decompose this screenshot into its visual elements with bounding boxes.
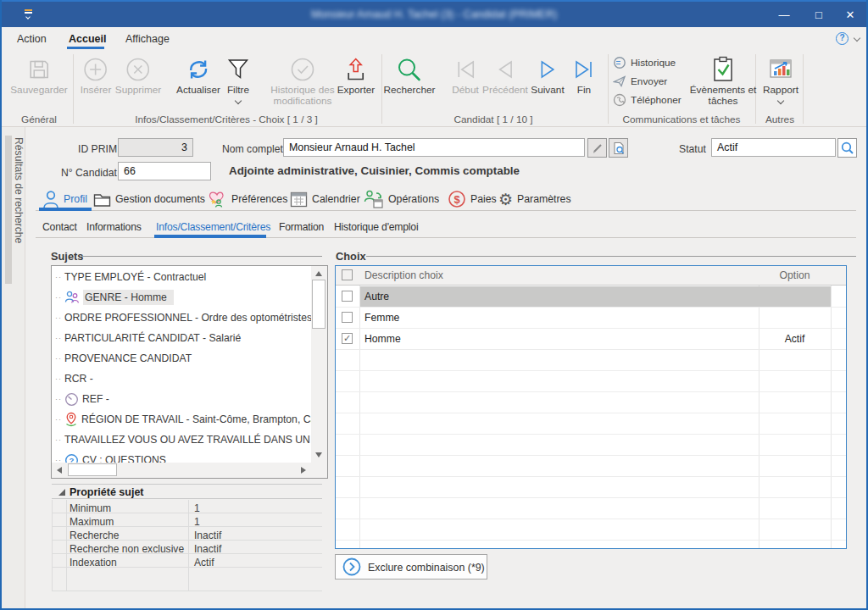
last-icon xyxy=(571,53,597,85)
nom-complet-field[interactable]: Monsieur Arnaud H. Tachel xyxy=(283,138,585,157)
operations-icon xyxy=(364,190,384,208)
tree-item[interactable]: ··RCR - xyxy=(53,369,93,389)
subtab-informations[interactable]: Informations xyxy=(86,221,142,233)
tab-parametres[interactable]: ⚙ Paramètres xyxy=(498,189,571,209)
tab-paies[interactable]: $ Paies xyxy=(448,189,497,209)
next-button[interactable]: Suivant xyxy=(531,53,564,96)
export-button[interactable]: Exporter xyxy=(337,53,376,96)
tree-item[interactable]: ··TYPE EMPLOYÉ - Contractuel xyxy=(53,267,206,287)
col-description[interactable]: Description choix xyxy=(364,269,443,281)
tree-item[interactable]: ··TRAVAILLEZ VOUS OU AVEZ TRAVAILLÉ DANS… xyxy=(53,430,328,450)
save-button[interactable]: Sauvegarder xyxy=(10,53,68,96)
preview-button[interactable] xyxy=(609,138,628,158)
filter-button[interactable]: Filtre xyxy=(225,53,251,103)
horizontal-scroll-thumb[interactable] xyxy=(68,463,117,476)
statut-field[interactable]: Actif xyxy=(711,138,836,157)
insert-button[interactable]: Insérer xyxy=(81,53,112,96)
minimize-button[interactable]: — xyxy=(767,2,801,27)
exclure-combinaison-button[interactable]: Exclure combinaison (*9) xyxy=(335,554,487,580)
first-icon xyxy=(453,53,478,85)
ribbon-group-candidat: Candidat [ 1 / 10 ] xyxy=(453,114,532,125)
menu-accueil[interactable]: Accueil xyxy=(69,33,106,45)
statut-search-button[interactable] xyxy=(837,138,857,158)
id-prim-field: 3 xyxy=(118,138,193,157)
id-prim-label: ID PRIM xyxy=(78,143,117,155)
tab-gestion-documents[interactable]: Gestion documents xyxy=(93,189,205,209)
previous-button[interactable]: Précédent xyxy=(482,53,528,96)
cell-description[interactable]: Femme xyxy=(364,312,399,324)
propriete-header[interactable]: Propriété sujet xyxy=(52,484,322,499)
tab-calendrier[interactable]: Calendrier xyxy=(290,189,360,209)
report-icon xyxy=(768,53,793,85)
cell-description[interactable]: Autre xyxy=(364,291,389,302)
refresh-icon xyxy=(185,53,212,85)
row-checkbox[interactable] xyxy=(342,291,353,302)
first-button[interactable]: Début xyxy=(452,53,478,96)
svg-text:$: $ xyxy=(453,193,460,206)
gauge-icon xyxy=(64,392,79,407)
tree-item[interactable]: ·· GENRE - Homme xyxy=(53,287,174,308)
subtab-contact[interactable]: Contact xyxy=(42,221,77,233)
tabs-separator xyxy=(36,210,856,211)
pencil-icon xyxy=(592,142,604,154)
edit-button[interactable] xyxy=(587,138,607,158)
refresh-button[interactable]: Actualiser xyxy=(176,53,220,96)
send-button[interactable]: Envoyer xyxy=(613,74,667,89)
call-button[interactable]: Téléphoner xyxy=(613,92,682,108)
horizontal-scrollbar[interactable] xyxy=(52,463,311,478)
choix-group-line xyxy=(366,256,856,257)
sujets-group-line xyxy=(81,256,322,257)
subtab-formation[interactable]: Formation xyxy=(279,221,324,233)
subtab-historique-emploi[interactable]: Historique d'emploi xyxy=(334,221,418,233)
vertical-scrollbar[interactable] xyxy=(311,266,327,463)
menu-action[interactable]: Action xyxy=(17,33,47,45)
events-tasks-button[interactable]: Évènements et tâches xyxy=(687,53,760,107)
magnifier-icon xyxy=(841,141,854,155)
subtab-infos-classement-criteres[interactable]: Infos/Classement/Critères xyxy=(156,221,270,233)
tab-preferences[interactable]: Préférences xyxy=(208,189,287,209)
phone-icon xyxy=(613,93,626,107)
ribbon-group-autres: Autres xyxy=(765,114,794,125)
cell-option[interactable]: Actif xyxy=(759,333,831,345)
header-checkbox[interactable] xyxy=(342,269,353,280)
last-button[interactable]: Fin xyxy=(571,53,597,96)
maximize-button[interactable]: □ xyxy=(802,2,836,27)
person-icon xyxy=(42,190,59,208)
sujets-tree[interactable]: ··TYPE EMPLOYÉ - Contractuel ·· GENRE - … xyxy=(51,265,328,479)
history-button[interactable]: Historique xyxy=(613,55,676,70)
choix-table-header: Description choix Option xyxy=(336,266,846,286)
row-checkbox-checked[interactable]: ✓ xyxy=(342,333,353,344)
cell-description[interactable]: Homme xyxy=(364,333,401,345)
collapse-triangle-icon xyxy=(58,489,65,496)
col-option[interactable]: Option xyxy=(759,269,831,281)
tree-item[interactable]: ··ORDRE PROFESSIONNEL - Ordre des optomé… xyxy=(53,308,328,328)
vertical-scroll-thumb[interactable] xyxy=(312,280,326,329)
ribbon-group-general: Général xyxy=(21,114,57,125)
delete-button[interactable]: Supprimer xyxy=(115,53,161,96)
chevron-circle-icon xyxy=(342,557,361,576)
insert-icon xyxy=(82,53,109,85)
scroll-right-icon xyxy=(301,467,306,474)
tree-item[interactable]: ·· RÉGION DE TRAVAIL - Saint-Côme, Bramp… xyxy=(53,409,328,430)
tree-item[interactable]: ··PROVENANCE CANDIDAT xyxy=(53,348,192,369)
subtab-active-underline xyxy=(154,235,266,238)
close-button[interactable]: ✕ xyxy=(833,2,867,27)
row-checkbox[interactable] xyxy=(342,312,353,323)
search-button[interactable]: Rechercher xyxy=(384,53,436,96)
tree-item[interactable]: ·· REF - xyxy=(53,389,109,409)
document-search-icon xyxy=(612,141,626,155)
menu-affichage[interactable]: Affichage xyxy=(125,33,170,45)
tab-profil[interactable]: Profil xyxy=(42,189,87,209)
tab-operations[interactable]: Opérations xyxy=(364,189,439,209)
history-modifications-button[interactable]: Historique des modifications xyxy=(255,53,350,107)
statut-label: Statut xyxy=(679,143,706,155)
report-button[interactable]: Rapport xyxy=(763,53,798,103)
sidebar-resultats[interactable]: Résultats de recherche xyxy=(2,127,25,608)
no-candidat-field[interactable]: 66 xyxy=(118,162,211,180)
choix-table: Description choix Option Autre Femme ✓ H… xyxy=(335,265,847,549)
help-chevron-icon[interactable] xyxy=(854,35,860,42)
help-icon[interactable]: ? xyxy=(836,32,849,45)
save-icon xyxy=(27,53,51,85)
tree-item[interactable]: ··PARTICULARITÉ CANDIDAT - Salarié xyxy=(53,328,241,348)
ribbon-group-infos: Infos/Classement/Critères - Choix [ 1 / … xyxy=(135,114,318,125)
